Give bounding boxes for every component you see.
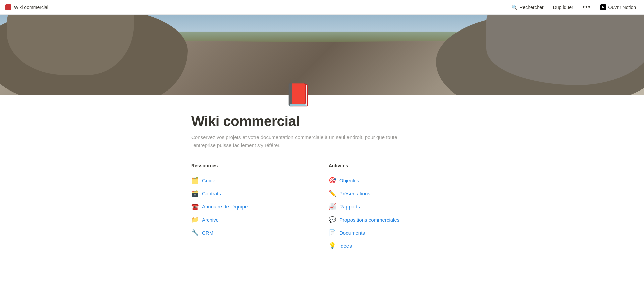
guide-icon: 🗂️ bbox=[191, 177, 199, 184]
list-item-idees[interactable]: 💡 Idées bbox=[329, 239, 453, 252]
archive-icon: 📁 bbox=[191, 216, 199, 223]
idees-icon: 💡 bbox=[329, 242, 336, 249]
topnav: Wiki commercial 🔍 Rechercher Dupliquer •… bbox=[0, 0, 644, 15]
open-notion-button[interactable]: N Ouvrir Notion bbox=[598, 3, 639, 12]
hero-banner bbox=[0, 15, 644, 95]
documents-label: Documents bbox=[339, 230, 365, 236]
more-options-button[interactable]: ••• bbox=[580, 2, 594, 12]
rapports-icon: 📈 bbox=[329, 203, 336, 210]
search-button[interactable]: 🔍 Rechercher bbox=[509, 3, 546, 11]
list-item-guide[interactable]: 🗂️ Guide bbox=[191, 174, 315, 187]
list-item-presentations[interactable]: ✏️ Présentations bbox=[329, 187, 453, 200]
presentations-icon: ✏️ bbox=[329, 190, 336, 197]
documents-icon: 📄 bbox=[329, 229, 336, 236]
crm-label: CRM bbox=[202, 230, 213, 236]
archive-label: Archive bbox=[202, 217, 219, 223]
search-label: Rechercher bbox=[519, 5, 543, 10]
list-item-propositions[interactable]: 💬 Propositions commerciales bbox=[329, 213, 453, 226]
objectifs-label: Objectifs bbox=[339, 178, 359, 183]
open-notion-label: Ouvrir Notion bbox=[608, 5, 636, 10]
resources-title: Ressources bbox=[191, 163, 315, 171]
content-area: Wiki commercial Conservez vos projets et… bbox=[171, 113, 473, 273]
hero-image bbox=[0, 15, 644, 95]
activities-title: Activités bbox=[329, 163, 453, 171]
list-item-annuaire[interactable]: ☎️ Annuaire de l'équipe bbox=[191, 200, 315, 213]
activities-column: Activités 🎯 Objectifs ✏️ Présentations 📈… bbox=[329, 163, 453, 252]
annuaire-label: Annuaire de l'équipe bbox=[202, 204, 248, 210]
page-title: Wiki commercial bbox=[191, 113, 453, 129]
contrats-label: Contrats bbox=[202, 191, 221, 196]
topnav-right: 🔍 Rechercher Dupliquer ••• N Ouvrir Noti… bbox=[509, 2, 639, 12]
page-icon: 📕 bbox=[285, 84, 312, 106]
topnav-title: Wiki commercial bbox=[14, 5, 48, 10]
contrats-icon: 🗃️ bbox=[191, 190, 199, 197]
notion-logo-icon: N bbox=[600, 4, 606, 10]
propositions-label: Propositions commerciales bbox=[339, 217, 399, 223]
annuaire-icon: ☎️ bbox=[191, 203, 199, 210]
crm-icon: 🔧 bbox=[191, 229, 199, 236]
page-icon-small bbox=[5, 4, 11, 10]
presentations-label: Présentations bbox=[339, 191, 370, 196]
list-item-crm[interactable]: 🔧 CRM bbox=[191, 226, 315, 239]
list-item-rapports[interactable]: 📈 Rapports bbox=[329, 200, 453, 213]
list-item-objectifs[interactable]: 🎯 Objectifs bbox=[329, 174, 453, 187]
objectifs-icon: 🎯 bbox=[329, 177, 336, 184]
topnav-left: Wiki commercial bbox=[5, 4, 48, 10]
guide-label: Guide bbox=[202, 178, 215, 183]
page-description: Conservez vos projets et votre documenta… bbox=[191, 133, 419, 150]
search-icon: 🔍 bbox=[512, 5, 517, 10]
duplicate-button[interactable]: Dupliquer bbox=[550, 3, 576, 11]
rapports-label: Rapports bbox=[339, 204, 360, 210]
columns: Ressources 🗂️ Guide 🗃️ Contrats ☎️ Annua… bbox=[191, 163, 453, 252]
idees-label: Idées bbox=[339, 243, 352, 249]
propositions-icon: 💬 bbox=[329, 216, 336, 223]
resources-column: Ressources 🗂️ Guide 🗃️ Contrats ☎️ Annua… bbox=[191, 163, 315, 252]
list-item-documents[interactable]: 📄 Documents bbox=[329, 226, 453, 239]
list-item-archive[interactable]: 📁 Archive bbox=[191, 213, 315, 226]
page-icon-wrap: 📕 bbox=[285, 82, 311, 108]
list-item-contrats[interactable]: 🗃️ Contrats bbox=[191, 187, 315, 200]
